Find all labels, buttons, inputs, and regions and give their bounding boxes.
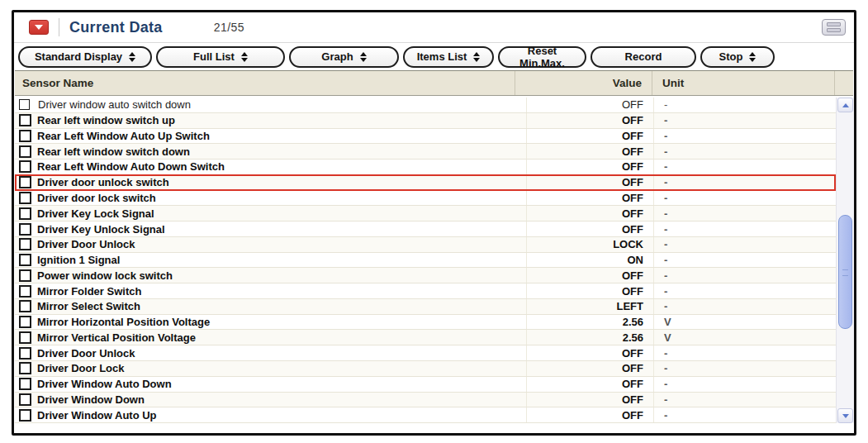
table-row[interactable]: Rear Left Window Auto Down Switch OFF - (15, 160, 836, 175)
column-header-sensor-name[interactable]: Sensor Name (15, 77, 515, 89)
row-value: OFF (526, 160, 653, 174)
table-row[interactable]: Power window lock switch OFF - (15, 268, 836, 283)
table-row[interactable]: Driver window auto switch down OFF - (15, 98, 836, 113)
row-sensor-name: Mirror Select Switch (37, 300, 526, 312)
table-row[interactable]: Driver Door Unlock LOCK - (15, 237, 836, 253)
row-checkbox[interactable] (19, 176, 31, 188)
row-checkbox[interactable] (19, 300, 31, 312)
vertical-scrollbar[interactable] (836, 98, 854, 423)
table-row[interactable]: Rear left window switch up OFF - (15, 113, 836, 129)
row-checkbox[interactable] (19, 393, 31, 406)
row-checkbox[interactable] (19, 114, 31, 126)
stop-dropdown[interactable]: Stop (700, 46, 775, 68)
row-checkbox[interactable] (19, 331, 31, 344)
row-checkbox[interactable] (19, 145, 31, 158)
row-unit: V (653, 330, 836, 345)
row-sensor-name: Driver door lock switch (37, 192, 526, 204)
dropdown-arrows-icon (241, 52, 248, 62)
scroll-up-button[interactable] (837, 98, 853, 112)
dropdown-arrows-icon (129, 52, 135, 62)
row-value: OFF (526, 283, 653, 298)
table-row[interactable]: Mirror Select Switch LEFT - (15, 299, 836, 315)
record-button[interactable]: Record (591, 46, 696, 68)
table-row[interactable]: Driver Key Unlock Signal OFF - (15, 222, 836, 237)
arrow-up-icon (842, 103, 849, 107)
row-checkbox[interactable] (19, 223, 31, 236)
row-sensor-name: Rear Left Window Auto Down Switch (37, 160, 526, 173)
row-checkbox[interactable] (19, 316, 31, 328)
table-row[interactable]: Rear Left Window Auto Up Switch OFF - (15, 129, 836, 145)
row-sensor-name: Driver Key Unlock Signal (37, 223, 526, 236)
column-header-value[interactable]: Value (515, 71, 652, 95)
table-row[interactable]: Driver Window Down OFF - (15, 393, 836, 408)
row-checkbox[interactable] (19, 160, 31, 173)
row-checkbox[interactable] (19, 207, 31, 220)
row-checkbox[interactable] (19, 192, 31, 204)
tile-view-button[interactable] (822, 19, 846, 36)
row-unit: - (653, 129, 836, 144)
row-checkbox[interactable] (19, 285, 31, 298)
row-sensor-name: Driver Door Unlock (37, 347, 526, 360)
row-value: OFF (526, 144, 653, 159)
graph-dropdown[interactable]: Graph (289, 46, 399, 68)
row-checkbox[interactable] (19, 130, 31, 142)
table-row[interactable]: Mirror Folder Switch OFF - (15, 283, 836, 299)
row-checkbox[interactable] (19, 99, 30, 110)
table-row[interactable]: Driver Key Lock Signal OFF - (15, 206, 836, 222)
table-row[interactable]: Driver Window Auto Down OFF - (15, 377, 836, 393)
table-row[interactable]: Driver Door Unlock OFF - (15, 345, 836, 361)
toolbar: Standard Display Full List Graph Items L… (14, 43, 854, 70)
row-sensor-name: Rear Left Window Auto Up Switch (37, 130, 526, 142)
row-unit: - (653, 98, 836, 112)
row-sensor-name: Driver Door Lock (37, 362, 526, 374)
row-unit: - (653, 361, 836, 376)
row-checkbox[interactable] (19, 269, 31, 282)
table-row[interactable]: Mirror Vertical Position Voltage 2.56 V (15, 330, 836, 345)
table-row[interactable]: Mirror Horizontal Position Voltage 2.56 … (15, 315, 836, 331)
tile-bar-icon (827, 28, 841, 32)
table-row[interactable]: Driver door lock switch OFF - (15, 191, 836, 207)
row-sensor-name: Mirror Horizontal Position Voltage (37, 316, 526, 328)
row-unit: V (653, 315, 836, 330)
row-value: OFF (526, 113, 653, 128)
triangle-down-icon (35, 25, 43, 30)
list-mode-dropdown[interactable]: Full List (156, 46, 285, 68)
column-header-unit[interactable]: Unit (652, 71, 834, 95)
row-sensor-name: Driver window auto switch down (38, 98, 526, 111)
scroll-down-button[interactable] (837, 408, 853, 423)
row-checkbox[interactable] (19, 378, 31, 390)
row-unit: - (653, 175, 836, 190)
items-list-dropdown[interactable]: Items List (403, 46, 494, 68)
row-sensor-name: Driver Window Auto Up (37, 409, 526, 422)
reset-min-max-button[interactable]: Reset Min.Max. (498, 46, 586, 68)
table-row[interactable]: Driver door unlock switch OFF - (15, 175, 836, 191)
row-sensor-name: Rear left window switch up (37, 114, 526, 126)
row-value: LOCK (526, 237, 653, 252)
row-checkbox[interactable] (19, 409, 31, 422)
button-label: Stop (719, 50, 743, 63)
row-unit: - (653, 407, 836, 422)
row-unit: - (653, 377, 836, 392)
table-row[interactable]: Driver Window Auto Up OFF - (15, 407, 836, 423)
table-row[interactable]: Rear left window switch down OFF - (15, 144, 836, 160)
row-checkbox[interactable] (19, 254, 31, 266)
collapse-button[interactable] (29, 20, 49, 35)
row-value: OFF (526, 393, 653, 407)
row-value: ON (526, 253, 653, 268)
row-checkbox[interactable] (19, 362, 31, 374)
button-label: Record (625, 50, 662, 63)
row-unit: - (653, 268, 836, 283)
row-value: OFF (526, 268, 653, 283)
row-checkbox[interactable] (19, 347, 31, 360)
table-row[interactable]: Ignition 1 Signal ON - (15, 253, 836, 269)
row-unit: - (653, 144, 836, 159)
row-value: 2.56 (526, 330, 653, 345)
row-checkbox[interactable] (19, 238, 31, 250)
row-sensor-name: Driver door unlock switch (37, 176, 526, 188)
display-mode-dropdown[interactable]: Standard Display (18, 46, 152, 68)
scrollbar-thumb[interactable] (838, 215, 852, 329)
item-counter: 21/55 (214, 21, 245, 34)
button-label: Standard Display (35, 50, 122, 63)
table-row[interactable]: Driver Door Lock OFF - (15, 361, 836, 377)
dropdown-arrows-icon (749, 52, 756, 62)
